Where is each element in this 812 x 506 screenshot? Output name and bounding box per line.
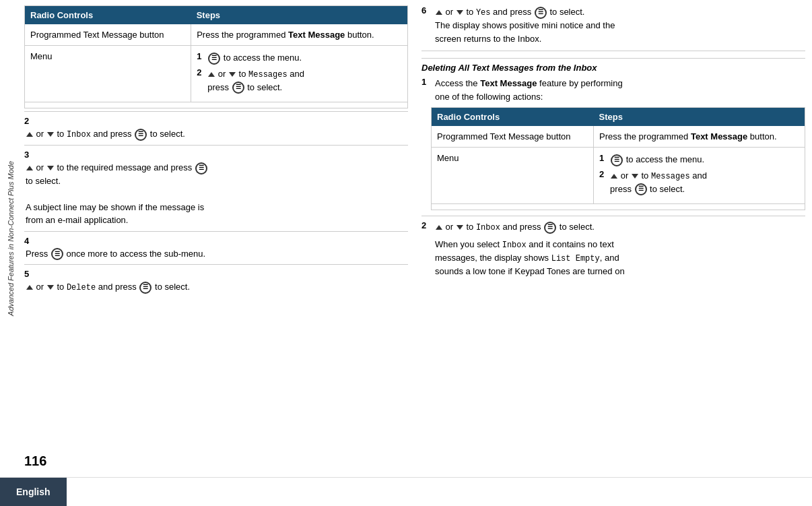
table-cell-control: Menu [432, 148, 594, 204]
right-column: 6 or to Yes and press ☰ to select. The d… [421, 5, 805, 472]
step-number: 2 [24, 116, 408, 126]
select-icon: ☰ [544, 222, 556, 234]
right-table: Radio Con­trols Steps Programmed Text Me… [432, 108, 805, 204]
table-row: Menu 1 ☰ to access the menu. [432, 148, 805, 204]
step-number: 3 [24, 150, 408, 160]
select-icon: ☰ [135, 129, 147, 141]
footer-language-tab[interactable]: English [0, 478, 67, 506]
section-heading: Deleting All Text Messages from the Inbo… [421, 58, 805, 73]
col-header-steps: Steps [191, 6, 407, 24]
arrow-down-icon [456, 10, 463, 15]
arrow-down-icon [229, 72, 236, 77]
step-1-intro: Access the Text Message feature by perfo… [435, 77, 623, 103]
arrow-up-icon [611, 174, 617, 179]
right-step-6: 6 or to Yes and press ☰ to select. The d… [421, 5, 805, 51]
page-number: 116 [24, 451, 408, 472]
left-step-3: 3 or to the required message and press ☰… [24, 145, 408, 231]
col-header-steps: Steps [594, 108, 805, 126]
right-table-wrapper: Radio Con­trols Steps Programmed Text Me… [431, 107, 805, 210]
right-step-2: 2 or to Inbox and press ☰ to select. Whe… [421, 216, 805, 282]
table-cell-steps: Press the programmed Text Message button… [191, 24, 407, 46]
table-cell-steps: 1 ☰ to access the menu. 2 [594, 148, 805, 204]
left-table: Radio Con­trols Steps Programmed Text Me… [25, 6, 407, 102]
table-row: Programmed Text Message button Press the… [25, 24, 407, 46]
left-table-wrapper: Radio Con­trols Steps Programmed Text Me… [24, 5, 408, 108]
left-step-4: 4 Press ☰ once more to access the sub-me… [24, 231, 408, 265]
left-column: Radio Con­trols Steps Programmed Text Me… [24, 5, 408, 472]
menu-icon: ☰ [611, 154, 623, 166]
arrow-down-icon [47, 285, 54, 290]
select-icon: ☰ [139, 282, 151, 294]
step-2-number: 2 [421, 220, 431, 230]
step-2-note: When you select Inbox and it contains no… [421, 238, 805, 278]
left-step-2: 2 or to Inbox and press ☰ to select. [24, 111, 408, 145]
table-row: Programmed Text Message button Press the… [432, 126, 805, 148]
table-cell-control: Programmed Text Message button [25, 24, 191, 46]
sidebar: Advanced Features in Non-Connect Plus Mo… [0, 0, 22, 477]
arrow-up-icon [208, 72, 215, 77]
step-content: or to Inbox and press ☰ to select. [24, 127, 408, 141]
step-6-number: 6 [421, 5, 431, 15]
table-cell-control: Menu [25, 46, 191, 102]
step-6-content: or to Yes and press ☰ to select. The dis… [435, 5, 615, 45]
table-cell-control: Programmed Text Message button [432, 126, 594, 148]
arrow-down-icon [456, 225, 463, 230]
table-row: Menu 1 ☰ to access the menu. [25, 46, 407, 102]
select-icon: ☰ [195, 162, 207, 175]
arrow-up-icon [26, 166, 33, 170]
left-step-5: 5 or to Delete and press ☰ to select. [24, 264, 408, 298]
sub-step-2: 2 or to Messages and press ☰ to select. [197, 67, 402, 94]
step-1-number: 1 [421, 77, 431, 87]
arrow-up-icon [26, 132, 33, 137]
step-content: or to the required message and press ☰ t… [24, 161, 408, 227]
page-wrapper: Advanced Features in Non-Connect Plus Mo… [0, 0, 812, 477]
arrow-up-icon [436, 225, 442, 230]
select-icon: ☰ [51, 248, 63, 260]
col-header-controls: Radio Con­trols [25, 6, 191, 24]
sub-step-1: 1 ☰ to access the menu. [197, 51, 402, 65]
select-icon: ☰ [232, 82, 244, 94]
arrow-up-icon [26, 285, 33, 290]
sub-step-2: 2 or to Messages and press ☰ to select. [599, 169, 799, 196]
arrow-up-icon [436, 10, 442, 15]
table-cell-steps: 1 ☰ to access the menu. 2 [191, 46, 407, 102]
step-number: 5 [24, 269, 408, 279]
table-cell-steps: Press the programmed Text Message button… [594, 126, 805, 148]
right-step-1: 1 Access the Text Message feature by per… [421, 77, 805, 103]
sidebar-label: Advanced Features in Non-Connect Plus Mo… [7, 161, 15, 316]
table-header-row: Radio Con­trols Steps [25, 6, 407, 24]
footer: English [0, 477, 812, 506]
step-2-content: or to Inbox and press ☰ to select. [435, 220, 595, 234]
step-content: Press ☰ once more to access the sub-menu… [24, 247, 408, 261]
select-icon: ☰ [535, 7, 547, 19]
step-content: or to Delete and press ☰ to select. [24, 280, 408, 294]
main-content: Radio Con­trols Steps Programmed Text Me… [22, 0, 812, 477]
select-icon: ☰ [635, 183, 647, 195]
menu-icon: ☰ [208, 53, 220, 65]
sub-step-1: 1 ☰ to access the menu. [599, 153, 799, 166]
step-number: 4 [24, 236, 408, 246]
col-header-controls: Radio Con­trols [432, 108, 594, 126]
table-header-row: Radio Con­trols Steps [432, 108, 805, 126]
arrow-down-icon [47, 132, 54, 137]
arrow-down-icon [632, 174, 638, 179]
arrow-down-icon [47, 166, 54, 170]
